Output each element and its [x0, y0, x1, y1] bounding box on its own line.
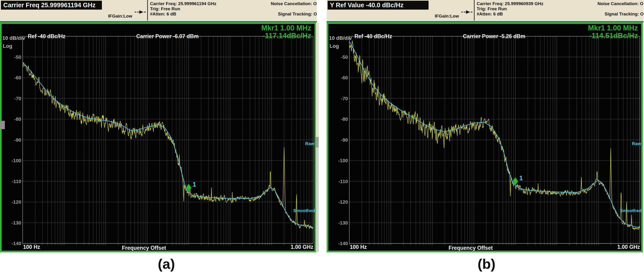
continue-arrow-icon [134, 10, 146, 14]
svg-text:-70: -70 [14, 96, 21, 101]
ifgain-readout: IFGain:Low [416, 14, 459, 19]
svg-text:-90: -90 [14, 137, 21, 143]
analyzer-screen-a: Carrier Freq 25.999961194 GHz Carrier Fr… [0, 0, 317, 253]
scale-mode-label: Log [330, 43, 339, 49]
subfigure-caption-a: (a) [141, 256, 192, 272]
carrier-power-label: Carrier Power -5.26 dBm [463, 33, 525, 40]
marker-readout-value: -117.14dBc/Hz [261, 32, 311, 40]
scale-per-div-label: 10 dB/div [329, 35, 352, 41]
scale-per-div-label: 10 dB/div [2, 35, 25, 41]
header-divider [474, 0, 474, 21]
screenshot-edge-strip [316, 23, 319, 137]
signal-tracking-readout: Signal Tracking: On [560, 12, 644, 17]
carrier-freq-readout: Carrier Freq: 25.999960939 GHz [477, 1, 543, 6]
figure-two-phase-noise-screenshots: Carrier Freq 25.999961194 GHz Carrier Fr… [0, 0, 644, 276]
svg-text:-140: -140 [338, 241, 348, 246]
subfigure-caption-b: (b) [461, 256, 512, 272]
svg-text:-60: -60 [14, 75, 21, 80]
svg-text:-50: -50 [14, 54, 21, 60]
svg-text:-70: -70 [341, 96, 348, 101]
svg-text:-120: -120 [338, 199, 348, 205]
header-bar: Y Ref Value -40.0 dBc/Hz Carrier Freq: 2… [327, 0, 644, 21]
svg-text:1: 1 [192, 181, 196, 188]
x-axis-start-label: 100 Hz [23, 244, 40, 250]
carrier-freq-readout: Carrier Freq: 25.999961194 GHz [150, 1, 216, 6]
graph-area: -50-60-70-80-90-100-110-120-130-1401 Mkr… [0, 22, 316, 252]
svg-text:-130: -130 [338, 220, 348, 225]
svg-text:-130: -130 [12, 220, 21, 225]
phase-noise-plot: -50-60-70-80-90-100-110-120-130-1401 [328, 24, 641, 251]
raw-trace-label: Raw [305, 141, 314, 146]
marker-readout: Mkr1 1.00 MHz -117.14dBc/Hz [261, 24, 311, 40]
svg-text:-50: -50 [341, 54, 348, 60]
active-function-readout: Carrier Freq 25.999961194 GHz [1, 1, 102, 10]
x-axis-start-label: 100 Hz [350, 244, 367, 250]
svg-text:-60: -60 [341, 75, 348, 80]
marker-readout-offset: Mkr1 1.00 MHz [588, 24, 638, 32]
svg-text:-80: -80 [341, 116, 348, 122]
analyzer-screen-b: Y Ref Value -40.0 dBc/Hz Carrier Freq: 2… [327, 0, 644, 253]
svg-text:-120: -120 [12, 199, 21, 205]
ref-level-slider-handle[interactable] [0, 121, 5, 129]
svg-text:-110: -110 [12, 179, 21, 184]
screenshot-edge-strip [316, 137, 319, 148]
active-function-readout: Y Ref Value -40.0 dBc/Hz [328, 1, 428, 10]
header-divider [147, 0, 148, 21]
svg-text:-80: -80 [14, 116, 21, 122]
x-axis-end-label: 1.00 GHz [288, 244, 313, 250]
x-axis-title: Frequency Offset [432, 245, 509, 251]
marker-readout: Mkr1 1.00 MHz -114.51dBc/Hz [588, 24, 638, 40]
carrier-power-label: Carrier Power -6.07 dBm [136, 33, 198, 40]
svg-text:-100: -100 [12, 158, 21, 163]
svg-text:-100: -100 [338, 158, 348, 163]
smoothed-trace-label: Smoothed [293, 208, 315, 213]
ifgain-readout: IFGain:Low [89, 14, 132, 19]
noise-cancellation-readout: Noise Cancellation: Off [234, 1, 317, 6]
signal-tracking-readout: Signal Tracking: On [234, 12, 317, 17]
marker-readout-value: -114.51dBc/Hz [588, 32, 638, 40]
noise-cancellation-readout: Noise Cancellation: Off [560, 1, 644, 6]
trigger-readout: Trig: Free Run [477, 6, 507, 12]
marker-readout-offset: Mkr1 1.00 MHz [261, 24, 311, 32]
raw-trace-label: Raw [632, 141, 641, 146]
phase-noise-plot: -50-60-70-80-90-100-110-120-130-1401 [2, 24, 314, 251]
atten-readout: #Atten: 6 dB [477, 12, 503, 17]
ref-level-label: Ref -40 dBc/Hz [28, 33, 66, 40]
svg-text:-90: -90 [341, 137, 348, 143]
atten-readout: #Atten: 6 dB [150, 12, 176, 17]
x-axis-end-label: 1.00 GHz [614, 244, 640, 250]
svg-text:-110: -110 [338, 179, 348, 184]
continue-arrow-icon [461, 10, 472, 14]
smoothed-trace-label: Smoothed [620, 208, 642, 213]
x-axis-title: Frequency Offset [106, 245, 182, 251]
svg-text:-140: -140 [12, 241, 21, 246]
screenshot-edge-strip [316, 148, 319, 252]
graph-area: -50-60-70-80-90-100-110-120-130-1401 Mkr… [327, 22, 643, 252]
scale-mode-label: Log [3, 43, 12, 49]
svg-text:1: 1 [519, 175, 523, 182]
trigger-readout: Trig: Free Run [150, 6, 180, 12]
header-bar: Carrier Freq 25.999961194 GHz Carrier Fr… [0, 0, 317, 21]
ref-level-label: Ref -40 dBc/Hz [354, 33, 392, 40]
